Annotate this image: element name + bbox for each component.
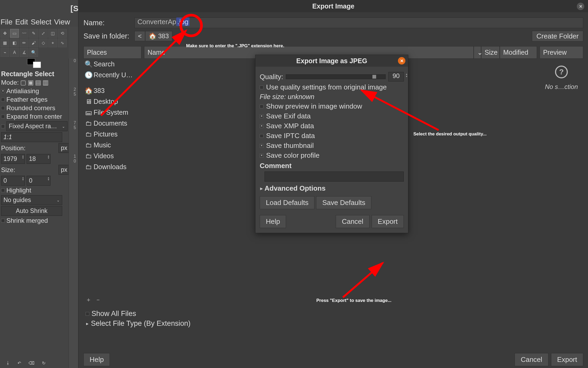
mode-add-icon[interactable]: ▣ — [28, 80, 34, 85]
ruler-tick: 0 — [69, 58, 78, 63]
undo-icon[interactable]: ↶ — [18, 361, 21, 366]
slider-thumb[interactable] — [372, 75, 376, 79]
pos-y-field[interactable]: 18▴▾ — [27, 154, 51, 164]
place-recent[interactable]: 🕓Recently U… — [83, 70, 141, 80]
tool-pencil-icon[interactable]: ✏ — [20, 38, 28, 47]
crumb-back-button[interactable]: < — [135, 31, 145, 41]
mode-sub-icon[interactable]: ▤ — [35, 80, 41, 85]
tool-rect-select-icon[interactable]: ▭ — [10, 29, 19, 38]
place-label: Recently U… — [94, 71, 133, 79]
menu-file[interactable]: File — [1, 18, 12, 26]
size-h-field[interactable]: 0▴▾ — [27, 176, 51, 186]
tool-measure-icon[interactable]: ∡ — [20, 48, 28, 57]
places-remove-button[interactable]: － — [95, 296, 101, 304]
showpreview-label: Show preview in image window — [266, 102, 362, 110]
tool-path-icon[interactable]: ⌁ — [1, 48, 9, 57]
col-size[interactable]: Size — [481, 46, 500, 59]
feather-check[interactable] — [1, 98, 5, 101]
spinner-icon[interactable]: ▴▾ — [22, 177, 24, 181]
mode-replace-icon[interactable]: ▢ — [20, 80, 26, 85]
rounded-check[interactable] — [1, 106, 5, 110]
place-home[interactable]: 🏠383 — [83, 85, 141, 96]
highlight-check[interactable] — [1, 189, 5, 192]
spinner-icon[interactable]: ▴▾ — [48, 155, 49, 159]
fixed-check[interactable] — [1, 125, 5, 128]
create-folder-button[interactable]: Create Folder — [532, 31, 583, 41]
export-button[interactable]: Export — [551, 353, 583, 366]
filename-input[interactable]: ConverterAp.jpg — [135, 18, 583, 28]
showall-check[interactable] — [86, 312, 89, 316]
crumb-home-button[interactable]: 🏠 383 — [145, 31, 172, 41]
guides-dropdown[interactable]: No guides⌄ — [1, 195, 62, 205]
col-modified[interactable]: Modified — [500, 46, 537, 59]
place-desktop[interactable]: 🖥Desktop — [83, 96, 141, 107]
menu-edit[interactable]: Edit — [15, 18, 28, 26]
tool-lasso-icon[interactable]: 〰 — [20, 29, 28, 38]
tool-rotate-icon[interactable]: ⟲ — [58, 29, 67, 38]
tool-zoom-icon[interactable]: 🔍 — [29, 48, 38, 57]
tool-fuzzy-icon[interactable]: ✎ — [29, 29, 38, 38]
download-icon[interactable]: ⭳ — [6, 361, 10, 365]
advanced-toggle[interactable]: ▸Advanced Options — [260, 184, 404, 192]
tool-move-icon[interactable]: ✥ — [1, 29, 9, 38]
pos-x-field[interactable]: 1979▴▾ — [1, 154, 25, 164]
place-downloads[interactable]: 🗀Downloads — [83, 161, 141, 172]
place-pictures[interactable]: 🗀Pictures — [83, 129, 141, 140]
place-filesystem[interactable]: 🖴File System — [83, 107, 141, 118]
saveexif-check[interactable] — [260, 114, 263, 118]
tool-clone-icon[interactable]: ⌖ — [48, 38, 57, 47]
bg-color-swatch[interactable] — [33, 62, 41, 68]
menu-select[interactable]: Select — [31, 18, 51, 26]
color-swatches[interactable] — [1, 58, 78, 66]
cancel-button[interactable]: Cancel — [515, 353, 548, 366]
ruler-tick: 5 — [69, 125, 78, 130]
autoshrink-button[interactable]: Auto Shrink — [1, 206, 62, 216]
tool-smudge-icon[interactable]: ∿ — [58, 38, 67, 47]
save-defaults-button[interactable]: Save Defaults — [316, 196, 371, 209]
tool-gradient-icon[interactable]: ◧ — [10, 38, 19, 47]
spinner-icon[interactable]: ▴▾ — [406, 73, 407, 78]
tool-text-icon[interactable]: A — [10, 48, 19, 57]
load-defaults-button[interactable]: Load Defaults — [260, 196, 314, 209]
jpeg-close-button[interactable]: ✕ — [398, 57, 405, 65]
places-add-button[interactable]: ＋ — [86, 296, 91, 304]
spinner-icon[interactable]: ▴▾ — [22, 155, 24, 159]
tool-bucket-icon[interactable]: ▦ — [1, 38, 9, 47]
savexmp-check[interactable] — [260, 124, 263, 128]
selecttype-label[interactable]: Select File Type (By Extension) — [91, 319, 191, 328]
savecolor-check[interactable] — [260, 154, 263, 157]
expand-filetype-icon[interactable]: ▸ — [86, 322, 89, 325]
spinner-icon[interactable]: ▴▾ — [48, 177, 49, 181]
mode-int-icon[interactable]: ▥ — [43, 80, 49, 85]
showpreview-check[interactable] — [260, 105, 263, 108]
jpeg-cancel-button[interactable]: Cancel — [336, 215, 369, 228]
tool-scale-icon[interactable]: ⤢ — [39, 29, 48, 38]
comment-textarea[interactable] — [264, 172, 404, 182]
place-videos[interactable]: 🗀Videos — [83, 151, 141, 161]
tool-crop-icon[interactable]: ◫ — [48, 29, 57, 38]
place-search[interactable]: 🔍Search — [83, 59, 141, 70]
refresh-icon[interactable]: ↻ — [42, 361, 45, 366]
aspect-ratio-field[interactable]: 1:1 — [1, 132, 62, 142]
quality-slider[interactable] — [286, 74, 386, 79]
col-sort-caret[interactable]: ⌄ — [474, 46, 481, 59]
tool-brush-icon[interactable]: 🖌 — [29, 38, 38, 47]
expand-check[interactable] — [1, 115, 5, 118]
place-music[interactable]: 🗀Music — [83, 140, 141, 151]
saveiptc-check[interactable] — [260, 134, 263, 138]
tool-eraser-icon[interactable]: ◇ — [39, 38, 48, 47]
useorig-check[interactable] — [260, 85, 263, 89]
fixed-dropdown[interactable]: Fixed Aspect ra…⌄ — [6, 121, 68, 131]
size-w-field[interactable]: 0▴▾ — [1, 176, 25, 186]
shrinkmerged-check[interactable] — [1, 219, 5, 222]
antialias-check[interactable] — [1, 89, 5, 93]
savethumb-check[interactable] — [260, 144, 263, 148]
menu-view[interactable]: View — [54, 18, 70, 26]
place-documents[interactable]: 🗀Documents — [83, 118, 141, 129]
close-button[interactable]: ✕ — [577, 3, 584, 10]
quality-input[interactable]: 90 ▴▾ — [388, 72, 404, 82]
delete-icon[interactable]: ⌫ — [28, 361, 35, 366]
jpeg-export-button[interactable]: Export — [372, 215, 404, 228]
jpeg-help-button[interactable]: Help — [260, 215, 286, 228]
help-button[interactable]: Help — [83, 353, 110, 366]
